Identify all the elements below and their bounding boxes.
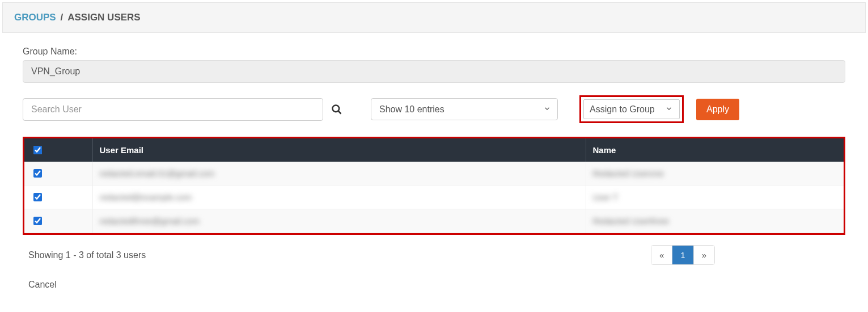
breadcrumb-groups-link[interactable]: GROUPS — [14, 12, 56, 23]
pagination: « 1 » — [651, 245, 715, 265]
select-all-header — [24, 138, 92, 162]
row-checkbox[interactable] — [33, 169, 42, 178]
svg-point-0 — [333, 105, 340, 112]
users-table: User Email Name redacted.email.01@gmail.… — [24, 138, 844, 233]
group-name-label: Group Name: — [23, 47, 845, 57]
user-email-cell: redacted.email.01@gmail.com — [100, 168, 215, 178]
breadcrumb-separator: / — [61, 12, 63, 23]
user-name-cell: Redacted Userone — [593, 168, 664, 178]
user-name-cell: Redacted Userthree — [593, 216, 669, 226]
cancel-link[interactable]: Cancel — [23, 280, 845, 290]
entries-select[interactable]: Show 10 entries — [371, 98, 558, 120]
row-checkbox[interactable] — [33, 193, 42, 201]
user-email-cell: redacted@example.com — [100, 192, 192, 202]
breadcrumb-current: ASSIGN USERS — [67, 12, 140, 23]
row-checkbox[interactable] — [33, 217, 42, 225]
assign-highlight: Assign to Group — [579, 95, 684, 123]
select-all-checkbox[interactable] — [33, 146, 42, 154]
user-name-cell: User T — [593, 192, 619, 202]
search-user-input[interactable] — [23, 98, 323, 121]
user-email-cell: redactedthree@gmail.com — [100, 216, 200, 226]
table-row: redacted@example.com User T — [24, 185, 844, 209]
search-icon[interactable] — [330, 103, 344, 116]
table-row: redacted.email.01@gmail.com Redacted Use… — [24, 162, 844, 185]
page-prev[interactable]: « — [651, 246, 672, 264]
column-header-email[interactable]: User Email — [92, 138, 586, 162]
apply-button[interactable]: Apply — [696, 99, 739, 120]
assign-to-group-select[interactable]: Assign to Group — [583, 99, 680, 119]
users-table-highlight: User Email Name redacted.email.01@gmail.… — [23, 137, 845, 235]
page-next[interactable]: » — [694, 246, 714, 264]
breadcrumb: GROUPS / ASSIGN USERS — [2, 2, 866, 33]
page-1[interactable]: 1 — [672, 246, 693, 264]
column-header-name[interactable]: Name — [586, 138, 844, 162]
svg-line-1 — [338, 111, 341, 113]
table-row: redactedthree@gmail.com Redacted Userthr… — [24, 209, 844, 233]
showing-count: Showing 1 - 3 of total 3 users — [28, 250, 146, 260]
group-name-field — [23, 60, 845, 83]
